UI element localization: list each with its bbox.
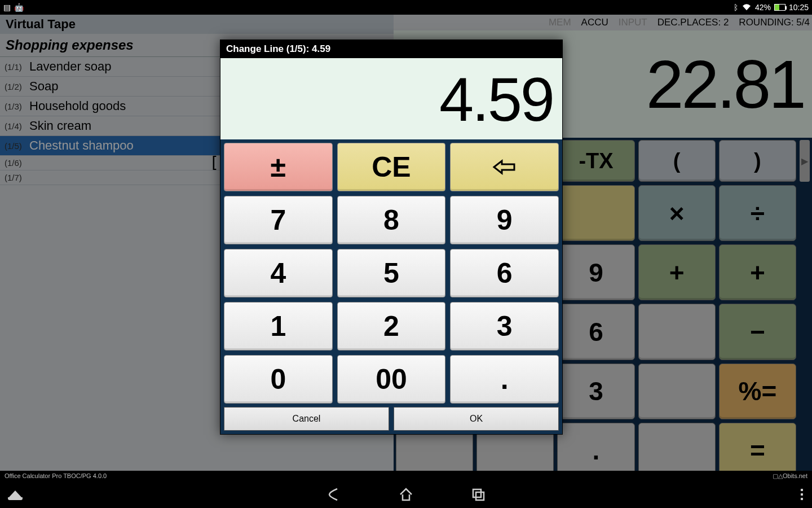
key-percent-equals[interactable]: %= [719,364,796,419]
input-indicator: INPUT [619,17,647,28]
key-2[interactable]: 2 [337,302,446,351]
key-ce[interactable]: CE [337,143,446,191]
key-multiply[interactable]: × [638,185,716,241]
calc-status-bar: MEM ACCU INPUT DEC.PLACES: 2 ROUNDING: 5… [394,15,812,30]
key-minus[interactable]: − [719,304,796,360]
key-3[interactable]: 3 [557,364,634,419]
key-9[interactable]: 9 [557,244,634,300]
scroll-right-icon[interactable]: ▶ [800,140,810,182]
key-hidden[interactable] [638,304,716,360]
key-4[interactable]: 4 [224,249,333,297]
app-footer: Office Calculator Pro TBOC/PG 4.0.0 ▢△Ob… [0,471,812,481]
dialog-display: 4.59 [220,58,562,139]
key-dot[interactable]: . [450,355,559,404]
android-status-bar: ▤ 🤖 ᛒ 42% 10:25 [0,0,812,15]
android-icon: 🤖 [14,3,24,12]
key-7[interactable]: 7 [224,196,333,244]
key-hidden[interactable] [557,185,634,241]
nav-drawer-icon[interactable] [8,491,23,498]
dec-places-indicator: DEC.PLACES: 2 [657,17,729,28]
key-plus[interactable]: + [719,244,796,300]
key-minus-tx[interactable]: -TX [557,140,634,182]
bluetooth-icon: ᛒ [734,3,738,12]
wifi-icon [742,3,752,11]
key-plus-minus[interactable]: ± [224,143,333,191]
change-line-dialog: Change Line (1/5): 4.59 4.59 ± CE 7 8 9 … [220,40,563,435]
app-version-label: Office Calculator Pro TBOC/PG 4.0.0 [5,472,107,479]
key-paren-close[interactable]: ) [719,140,796,182]
key-paren-open[interactable]: ( [638,140,716,182]
key-hidden[interactable] [638,364,716,419]
dialog-title: Change Line (1/5): 4.59 [220,40,562,58]
key-00[interactable]: 00 [337,355,446,404]
cancel-button[interactable]: Cancel [224,407,389,431]
rounding-indicator: ROUNDING: 5/4 [739,17,810,28]
key-5[interactable]: 5 [337,249,446,297]
key-plus[interactable]: + [638,244,716,300]
mem-indicator: MEM [549,17,571,28]
notification-icon: ▤ [3,3,11,12]
svg-rect-0 [473,489,481,497]
clock: 10:25 [789,3,809,12]
ok-button[interactable]: OK [394,407,559,431]
android-nav-bar [0,481,812,508]
key-6[interactable]: 6 [557,304,634,360]
svg-rect-1 [476,492,484,500]
nav-recents-icon[interactable] [470,487,486,502]
back-arrow-icon [492,159,518,176]
accu-indicator: ACCU [581,17,608,28]
key-backspace[interactable] [450,143,559,191]
dialog-keypad: ± CE 7 8 9 4 5 6 1 2 3 0 00 . [220,139,562,407]
key-9[interactable]: 9 [450,196,559,244]
footer-credit: ▢△Obits.net [773,472,807,480]
tape-title: Virtual Tape [0,15,394,34]
bracket-icon: [ [209,154,219,172]
key-1[interactable]: 1 [224,302,333,351]
nav-back-icon[interactable] [326,487,342,502]
key-6[interactable]: 6 [450,249,559,297]
key-8[interactable]: 8 [337,196,446,244]
nav-home-icon[interactable] [398,487,414,502]
battery-icon [774,4,785,11]
key-0[interactable]: 0 [224,355,333,404]
key-divide[interactable]: ÷ [719,185,796,241]
nav-overflow-icon[interactable] [801,489,803,500]
key-3[interactable]: 3 [450,302,559,351]
battery-percent: 42% [755,3,771,12]
